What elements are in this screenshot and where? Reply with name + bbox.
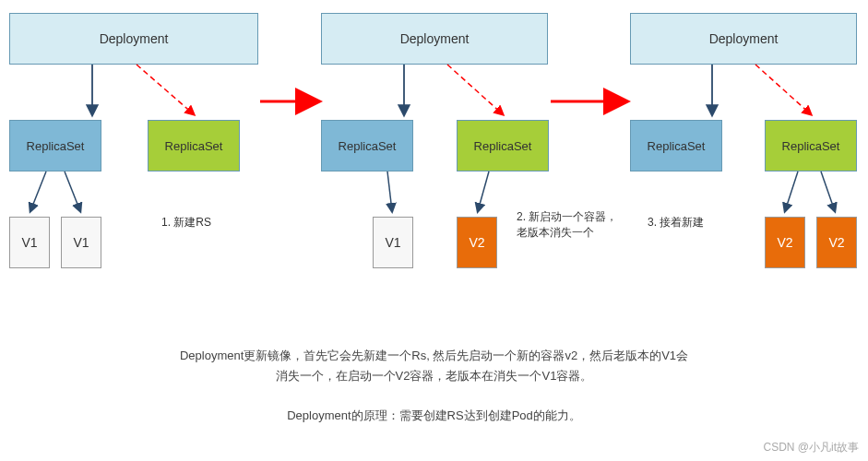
pod-v1-a: V1 <box>9 217 50 268</box>
note-1: 1. 新建RS <box>161 215 211 230</box>
note-2-line1: 2. 新启动一个容器， <box>517 210 617 223</box>
replicaset-green-1: ReplicaSet <box>148 120 240 171</box>
arrow-rs4-podv2 <box>478 171 489 211</box>
pod-v2-b: V2 <box>765 217 805 268</box>
arrow-dep3-rs6 <box>755 65 811 114</box>
arrow-dep2-rs4 <box>447 65 503 114</box>
watermark: CSDN @小凡it故事 <box>763 440 859 455</box>
deployment-box-3: Deployment <box>630 13 857 65</box>
deployment-box-2: Deployment <box>321 13 548 65</box>
arrow-rs6-podv2b <box>821 171 835 211</box>
note-2-line2: 老版本消失一个 <box>517 226 594 239</box>
pod-v2-c: V2 <box>816 217 857 268</box>
replicaset-blue-2: ReplicaSet <box>321 120 413 171</box>
replicaset-green-2: ReplicaSet <box>457 120 549 171</box>
description-line3: Deployment的原理：需要创建RS达到创建Pod的能力。 <box>0 406 868 426</box>
arrow-rs6-podv2a <box>785 171 798 211</box>
note-2: 2. 新启动一个容器， 老版本消失一个 <box>517 209 646 241</box>
arrow-rs1-pod1 <box>30 171 46 211</box>
description-line2: 消失一个，在启动一个V2容器，老版本在消失一个V1容器。 <box>0 366 868 386</box>
pod-v2-a: V2 <box>457 217 497 268</box>
pod-v1-c: V1 <box>373 217 413 268</box>
replicaset-blue-3: ReplicaSet <box>630 120 722 171</box>
arrow-rs3-podv1 <box>387 171 392 211</box>
arrows-layer <box>0 0 868 461</box>
pod-v1-b: V1 <box>61 217 101 268</box>
description-line1: Deployment更新镜像，首先它会先新建一个Rs, 然后先启动一个新的容器v… <box>0 346 868 366</box>
replicaset-blue-1: ReplicaSet <box>9 120 101 171</box>
replicaset-green-3: ReplicaSet <box>765 120 857 171</box>
note-3: 3. 接着新建 <box>648 215 704 230</box>
arrow-dep1-rs2 <box>137 65 194 114</box>
arrow-rs1-pod2 <box>65 171 80 211</box>
deployment-box-1: Deployment <box>9 13 258 65</box>
